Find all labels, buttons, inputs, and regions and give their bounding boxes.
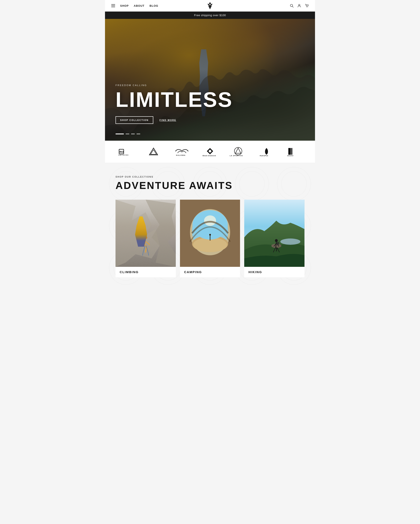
hero-content: FREEDOM CALLING LIMITLESS SHOP COLLECTIO… [115,84,233,124]
svg-point-33 [204,215,216,226]
logo-icon [206,1,214,10]
la-sportiva-logo: LA SPORTIVA [229,147,248,157]
announcement-text: Free shipping over $100 [194,14,226,17]
slide-dot-2[interactable] [126,133,129,134]
gregory-logo: GREGORY [146,148,161,156]
brands-section: RO ORTOVOX GREGORY SALEWA [105,141,315,163]
svg-text:HydraPak: HydraPak [260,155,268,157]
hiking-label-text: HIKING [248,270,262,274]
hero-title: LIMITLESS [115,89,233,110]
nav-left: SHOP ABOUT BLOG [111,4,158,7]
svg-text:RO: RO [120,150,124,153]
climbing-bg [115,200,176,267]
slide-dot-1[interactable] [115,133,124,134]
find-more-button[interactable]: FIND MORE [160,119,176,121]
svg-point-32 [209,234,211,236]
cart-button[interactable] [305,4,309,8]
svg-marker-10 [150,150,157,154]
hero-eyebrow: FREEDOM CALLING [115,84,233,87]
hero-buttons: SHOP COLLECTION FIND MORE [115,116,233,124]
brand-black-diamond[interactable]: Black Diamond [198,147,222,157]
svg-point-4 [306,7,307,7]
svg-point-3 [299,4,300,6]
nav-about-link[interactable]: ABOUT [134,4,144,7]
collections-grid: CLIMBING [115,200,305,277]
brands-row: RO ORTOVOX GREGORY SALEWA [114,147,306,157]
collections-title: ADVENTURE AWAITS [115,180,305,191]
camping-label: CAMPING [180,267,240,277]
nav-blog-link[interactable]: BLOG [149,4,158,7]
nav-shop-link[interactable]: SHOP [120,4,129,7]
svg-point-1 [290,4,293,7]
svg-rect-20 [288,148,291,155]
svg-point-35 [280,238,300,245]
salewa-logo: SALEWA [174,147,190,157]
search-button[interactable] [290,4,294,8]
svg-rect-21 [291,148,292,155]
deuter-logo: deuter [287,147,302,157]
climbing-label: CLIMBING [115,267,176,277]
ortovox-logo: RO ORTOVOX [118,148,133,156]
svg-text:SALEWA: SALEWA [176,154,186,156]
hero-section: FREEDOM CALLING LIMITLESS SHOP COLLECTIO… [105,19,315,141]
nav-logo[interactable] [206,1,214,10]
collections-section: SHOP OUR COLLECTIONS ADVENTURE AWAITS [105,163,315,290]
svg-marker-9 [149,148,158,155]
black-diamond-logo: Black Diamond [201,147,219,157]
brand-deuter[interactable]: deuter [283,147,306,157]
hydrapak-logo: HydraPak [259,147,274,157]
svg-text:deuter: deuter [287,155,294,157]
hamburger-menu[interactable] [111,4,115,7]
svg-line-2 [293,7,294,8]
svg-point-0 [209,4,211,5]
announcement-bar: Free shipping over $100 [105,12,315,19]
svg-point-5 [307,7,308,7]
nav-right [290,4,309,8]
brand-ortovox[interactable]: RO ORTOVOX [114,148,137,156]
svg-point-16 [234,147,242,155]
svg-text:LA SPORTIVA: LA SPORTIVA [230,155,243,157]
climbing-label-text: CLIMBING [120,270,139,274]
collections-eyebrow: SHOP OUR COLLECTIONS [115,175,305,178]
hiking-bg [244,200,305,267]
camping-bg [180,200,240,267]
collection-camping[interactable]: CAMPING [180,200,240,277]
hiking-label: HIKING [244,267,305,277]
brand-gregory[interactable]: GREGORY [141,148,166,156]
svg-point-37 [275,239,278,242]
shop-collection-button[interactable]: SHOP COLLECTION [115,116,153,124]
navigation: SHOP ABOUT BLOG [105,0,315,12]
brand-hydrapak[interactable]: HydraPak [254,147,278,157]
collection-hiking[interactable]: HIKING [244,200,305,277]
hiking-image [244,200,305,267]
collection-climbing[interactable]: CLIMBING [115,200,176,277]
climbing-image [115,200,176,267]
svg-text:ORTOVOX: ORTOVOX [118,154,129,156]
account-button[interactable] [297,4,301,8]
svg-rect-38 [277,242,279,245]
camping-label-text: CAMPING [184,270,202,274]
hero-slide-dots [115,133,140,134]
brand-salewa[interactable]: SALEWA [170,147,194,157]
svg-text:Black Diamond: Black Diamond [203,155,216,157]
slide-dot-4[interactable] [137,133,140,134]
camping-image [180,200,240,267]
svg-point-24 [144,236,147,239]
svg-marker-17 [236,148,241,153]
slide-dot-3[interactable] [131,133,135,134]
brand-la-sportiva[interactable]: LA SPORTIVA [226,147,250,157]
